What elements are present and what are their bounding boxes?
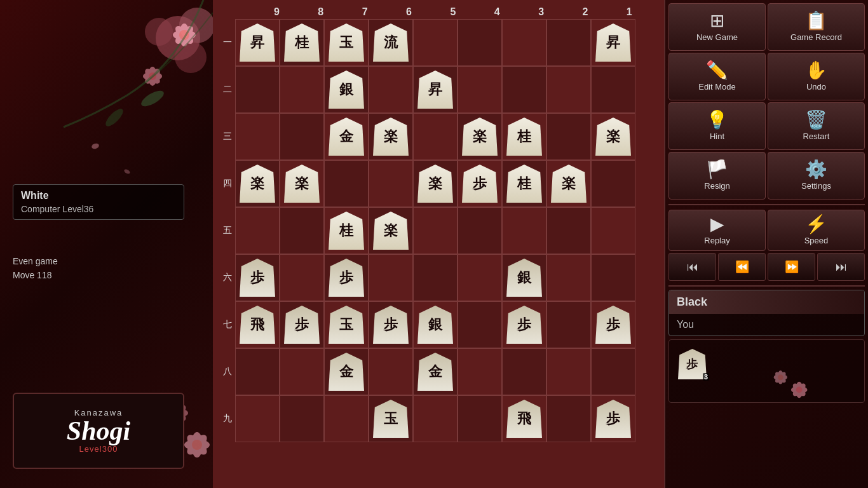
cell-r6-c8[interactable]: 歩 <box>591 301 635 348</box>
piece-r5-c6[interactable]: 銀 <box>506 259 542 297</box>
cell-r2-c0[interactable] <box>235 113 280 160</box>
cell-r8-c1[interactable] <box>280 395 324 442</box>
piece-r4-c3[interactable]: 楽 <box>373 212 409 250</box>
cell-r1-c8[interactable] <box>591 66 635 113</box>
cell-r8-c4[interactable] <box>413 395 458 442</box>
cell-r8-c5[interactable] <box>458 395 502 442</box>
cell-r0-c6[interactable] <box>502 19 546 66</box>
piece-r2-c6[interactable]: 桂 <box>506 118 542 156</box>
cell-r8-c3[interactable]: 玉 <box>369 395 413 442</box>
cell-r8-c0[interactable] <box>235 395 280 442</box>
cell-r8-c2[interactable] <box>324 395 369 442</box>
cell-r3-c1[interactable]: 楽 <box>280 160 324 207</box>
piece-r5-c0[interactable]: 歩 <box>240 259 275 297</box>
cell-r0-c4[interactable] <box>413 19 458 66</box>
piece-r6-c2[interactable]: 玉 <box>329 306 364 344</box>
cell-r7-c6[interactable] <box>502 348 546 395</box>
cell-r0-c0[interactable]: 昇 <box>235 19 280 66</box>
piece-r0-c0[interactable]: 昇 <box>240 24 275 62</box>
piece-r2-c8[interactable]: 楽 <box>595 118 631 156</box>
cell-r1-c4[interactable]: 昇 <box>413 66 458 113</box>
cell-r5-c5[interactable] <box>458 254 502 301</box>
cell-r6-c2[interactable]: 玉 <box>324 301 369 348</box>
edit-mode-button[interactable]: ✏️ Edit Mode <box>668 53 766 100</box>
piece-r3-c4[interactable]: 楽 <box>417 165 453 203</box>
piece-r8-c8[interactable]: 歩 <box>595 400 631 438</box>
cell-r8-c6[interactable]: 飛 <box>502 395 546 442</box>
cell-r0-c2[interactable]: 玉 <box>324 19 369 66</box>
cell-r7-c0[interactable] <box>235 348 280 395</box>
cell-r2-c3[interactable]: 楽 <box>369 113 413 160</box>
cell-r3-c3[interactable] <box>369 160 413 207</box>
cell-r3-c0[interactable]: 楽 <box>235 160 280 207</box>
cell-r3-c6[interactable]: 桂 <box>502 160 546 207</box>
cell-r1-c6[interactable] <box>502 66 546 113</box>
cell-r4-c8[interactable] <box>591 207 635 254</box>
hint-button[interactable]: 💡 Hint <box>668 102 766 150</box>
cell-r0-c8[interactable]: 昇 <box>591 19 635 66</box>
replay-button[interactable]: ▶ Replay <box>668 210 766 251</box>
cell-r5-c2[interactable]: 歩 <box>324 254 369 301</box>
cell-r7-c2[interactable]: 金 <box>324 348 369 395</box>
cell-r2-c4[interactable] <box>413 113 458 160</box>
cell-r1-c5[interactable] <box>458 66 502 113</box>
cell-r1-c1[interactable] <box>280 66 324 113</box>
cell-r3-c2[interactable] <box>324 160 369 207</box>
piece-r6-c0[interactable]: 飛 <box>240 306 275 344</box>
cell-r1-c2[interactable]: 銀 <box>324 66 369 113</box>
piece-r7-c2[interactable]: 金 <box>329 353 364 391</box>
cell-r2-c1[interactable] <box>280 113 324 160</box>
board-grid[interactable]: 昇桂玉流昇銀昇金楽楽桂楽楽楽楽歩桂楽桂楽歩歩銀飛歩玉歩銀歩歩金金玉飛歩 <box>235 19 635 442</box>
captured-pawn[interactable]: 歩 3 <box>678 349 707 379</box>
replay-last-button[interactable]: ⏭ <box>817 253 865 281</box>
cell-r6-c6[interactable]: 歩 <box>502 301 546 348</box>
piece-r6-c4[interactable]: 銀 <box>417 306 453 344</box>
cell-r5-c6[interactable]: 銀 <box>502 254 546 301</box>
cell-r3-c7[interactable]: 楽 <box>546 160 591 207</box>
piece-r2-c3[interactable]: 楽 <box>373 118 409 156</box>
cell-r1-c0[interactable] <box>235 66 280 113</box>
piece-r0-c3[interactable]: 流 <box>373 24 409 62</box>
piece-r6-c6[interactable]: 歩 <box>506 306 542 344</box>
cell-r4-c3[interactable]: 楽 <box>369 207 413 254</box>
piece-r6-c8[interactable]: 歩 <box>595 306 631 344</box>
cell-r3-c8[interactable] <box>591 160 635 207</box>
piece-r6-c1[interactable]: 歩 <box>284 306 320 344</box>
cell-r5-c7[interactable] <box>546 254 591 301</box>
cell-r5-c4[interactable] <box>413 254 458 301</box>
piece-r1-c4[interactable]: 昇 <box>417 71 453 109</box>
cell-r4-c0[interactable] <box>235 207 280 254</box>
cell-r5-c8[interactable] <box>591 254 635 301</box>
piece-r7-c4[interactable]: 金 <box>417 353 453 391</box>
cell-r7-c4[interactable]: 金 <box>413 348 458 395</box>
piece-r0-c2[interactable]: 玉 <box>329 24 364 62</box>
piece-r0-c8[interactable]: 昇 <box>595 24 631 62</box>
cell-r8-c7[interactable] <box>546 395 591 442</box>
cell-r0-c5[interactable] <box>458 19 502 66</box>
cell-r6-c7[interactable] <box>546 301 591 348</box>
cell-r6-c0[interactable]: 飛 <box>235 301 280 348</box>
cell-r6-c3[interactable]: 歩 <box>369 301 413 348</box>
piece-r4-c2[interactable]: 桂 <box>329 212 364 250</box>
new-game-button[interactable]: ⊞ New Game <box>668 3 766 51</box>
piece-r3-c1[interactable]: 楽 <box>284 165 320 203</box>
replay-next-button[interactable]: ⏩ <box>768 253 815 281</box>
cell-r5-c0[interactable]: 歩 <box>235 254 280 301</box>
cell-r7-c8[interactable] <box>591 348 635 395</box>
cell-r0-c7[interactable] <box>546 19 591 66</box>
cell-r4-c4[interactable] <box>413 207 458 254</box>
cell-r5-c1[interactable] <box>280 254 324 301</box>
settings-button[interactable]: ⚙️ Settings <box>768 152 865 200</box>
cell-r0-c3[interactable]: 流 <box>369 19 413 66</box>
replay-first-button[interactable]: ⏮ <box>668 253 716 281</box>
cell-r2-c5[interactable]: 楽 <box>458 113 502 160</box>
restart-button[interactable]: 🗑️ Restart <box>768 102 865 150</box>
cell-r6-c5[interactable] <box>458 301 502 348</box>
cell-r4-c5[interactable] <box>458 207 502 254</box>
cell-r3-c4[interactable]: 楽 <box>413 160 458 207</box>
cell-r0-c1[interactable]: 桂 <box>280 19 324 66</box>
undo-button[interactable]: ✋ Undo <box>768 53 865 100</box>
replay-prev-button[interactable]: ⏪ <box>718 253 766 281</box>
piece-r3-c6[interactable]: 桂 <box>506 165 542 203</box>
cell-r2-c2[interactable]: 金 <box>324 113 369 160</box>
